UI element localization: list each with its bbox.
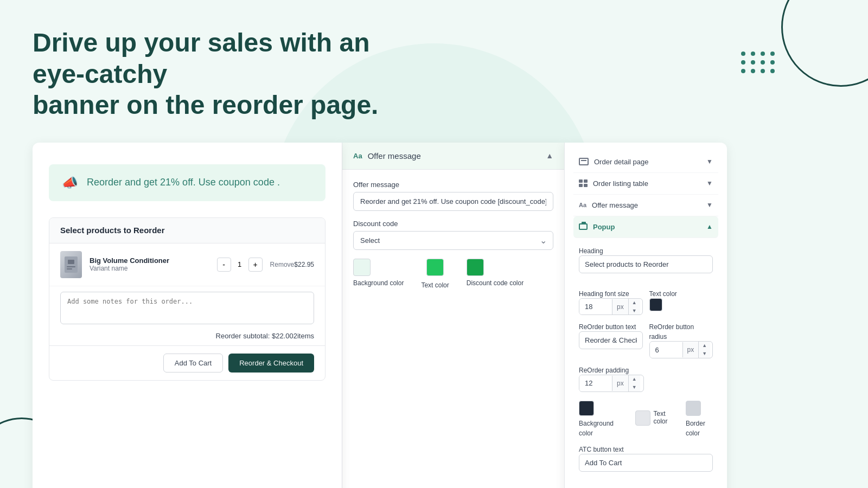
reorder-radius-unit: px [682,342,699,357]
font-size-label: Heading font size [579,290,629,298]
atc-btn-text-label: ATC button text [579,446,623,453]
reorder-radius-input-wrapper: px ▲ ▼ [649,341,713,358]
svg-rect-0 [65,256,78,273]
svg-rect-2 [67,266,75,267]
settings-nav-order-detail[interactable]: Order detail page ▼ [573,151,718,173]
product-variant: Variant name [90,265,209,272]
reorder-padding-label: ReOrder padding [579,367,629,374]
reorder-btn-radius-col: ReOrder button radius px ▲ ▼ [649,322,713,358]
font-size-col: Heading font size px ▲ ▼ [579,288,643,316]
atc-btn-text-input[interactable] [579,454,713,472]
border-color-swatch[interactable] [686,401,701,416]
subtotal-row: Reorder subtotal: $22.002items [49,326,325,345]
btn-bg-color-group: Background color [579,401,618,438]
font-size-input-wrapper: px ▲ ▼ [579,298,643,316]
reorder-padding-input-wrapper: px ▲ ▼ [579,375,644,392]
popup-icon [579,223,588,230]
reorder-btn-text-input[interactable] [579,331,643,349]
order-detail-label: Order detail page [594,158,648,166]
reorder-padding-down[interactable]: ▼ [629,383,640,391]
chevron-up-icon-popup: ▲ [706,223,713,230]
reorder-btn-text-label: ReOrder button text [579,323,636,331]
font-size-down-arrow[interactable]: ▼ [629,307,640,315]
btn-text-color-group: Text color [635,410,671,428]
add-to-cart-button[interactable]: Add To Cart [163,354,223,373]
reorder-padding-up[interactable]: ▲ [629,375,640,383]
qty-increase-button[interactable]: + [248,258,263,272]
bg-color-swatch[interactable] [353,259,371,276]
reorder-btn-row: ReOrder button text ReOrder button radiu… [579,322,713,358]
offer-message-section: Aa Offer message ▲ Offer message Discoun… [342,143,564,300]
preview-panel: 📣 Reorder and get 21% off. Use coupon co… [33,143,342,488]
text-color-setting-swatch[interactable] [649,298,662,311]
text-color-swatch[interactable] [426,259,444,276]
discount-code-color-item: Discount code color [467,259,524,287]
color-row: Background color Text color Discount cod… [353,259,553,289]
reorder-btn-text-col: ReOrder button text [579,322,643,358]
bg-color-label: Background color [353,279,404,287]
offer-message-header[interactable]: Aa Offer message ▲ [342,143,564,170]
chevron-right-icon-2: ▼ [706,179,713,187]
product-row: Big Volume Conditioner Variant name - 1 … [49,243,325,286]
subtotal-text: Reorder subtotal: $22.00 [216,332,293,340]
order-notes-textarea[interactable] [60,292,314,324]
text-color-setting-label: Text color [649,290,677,298]
megaphone-icon: 📣 [62,175,78,190]
offer-message-icon: Aa [579,202,586,208]
reorder-btn-radius-label: ReOrder button radius [649,323,694,341]
popup-settings-section: Heading Heading font size px ▲ ▼ [573,238,718,488]
subtotal-items: 2items [293,332,314,340]
discount-code-color-swatch[interactable] [467,259,484,276]
heading-field: Heading [579,246,713,280]
btn-text-color-swatch[interactable] [635,410,650,426]
app-area: 📣 Reorder and get 21% off. Use coupon co… [33,143,835,488]
settings-nav-offer-message[interactable]: Aa Offer message ▼ [573,195,718,216]
text-format-icon: Aa [353,152,362,160]
popup-nav-label: Popup [593,223,615,231]
reorder-popup-header: Select products to Reorder [49,218,325,243]
product-remove-price: Remove$22.95 [270,261,314,268]
chevron-up-icon: ▲ [546,151,553,160]
discount-code-select[interactable]: Select [353,231,553,250]
offer-message-title: Offer message [368,151,421,160]
reorder-padding-unit: px [612,376,628,391]
settings-nav-order-listing[interactable]: Order listing table ▼ [573,173,718,195]
font-size-input[interactable] [579,299,612,314]
reorder-radius-up[interactable]: ▲ [699,342,710,350]
btn-text-color-label: Text color [654,410,671,425]
text-color-item: Text color [421,259,449,289]
reorder-popup-preview: Select products to Reorder Big Volume Co… [49,217,326,381]
remove-link[interactable]: Remove [270,261,295,268]
offer-banner-text: Reorder and get 21% off. Use coupon code… [87,177,280,188]
reorder-radius-input[interactable] [650,342,682,358]
order-listing-label: Order listing table [593,179,648,188]
font-size-up-arrow[interactable]: ▲ [629,299,640,307]
svg-rect-1 [68,260,74,264]
discount-code-label: Discount code [353,220,553,228]
heading-input[interactable] [579,255,713,273]
product-qty-control: - 1 + [217,258,263,272]
reorder-radius-down[interactable]: ▼ [699,350,710,358]
offer-message-input[interactable] [353,192,553,211]
text-color-label: Text color [421,281,449,289]
product-info: Big Volume Conditioner Variant name [90,256,209,272]
product-image [60,251,82,278]
qty-decrease-button[interactable]: - [217,258,231,272]
offer-banner-preview: 📣 Reorder and get 21% off. Use coupon co… [49,164,326,201]
bg-color-item: Background color [353,259,404,287]
btn-colors-row: Background color Text color Border color [579,401,713,438]
config-panel: Aa Offer message ▲ Offer message Discoun… [342,143,564,488]
reorder-radius-arrows: ▲ ▼ [698,342,710,358]
chevron-right-icon-1: ▼ [706,158,713,165]
reorder-checkout-button[interactable]: Reorder & Checkout [228,354,314,373]
settings-panel: Order detail page ▼ Order listing table … [564,143,727,488]
border-color-label: Border color [686,420,705,437]
btn-bg-color-swatch[interactable] [579,401,594,416]
qty-value: 1 [235,260,244,268]
settings-nav-popup[interactable]: Popup ▲ [573,216,718,238]
text-color-col: Text color [649,288,713,316]
heading-label: Heading [579,247,603,255]
border-color-group: Border color [686,401,713,438]
reorder-padding-input[interactable] [579,375,612,391]
reorder-popup-title: Select products to Reorder [60,226,165,235]
